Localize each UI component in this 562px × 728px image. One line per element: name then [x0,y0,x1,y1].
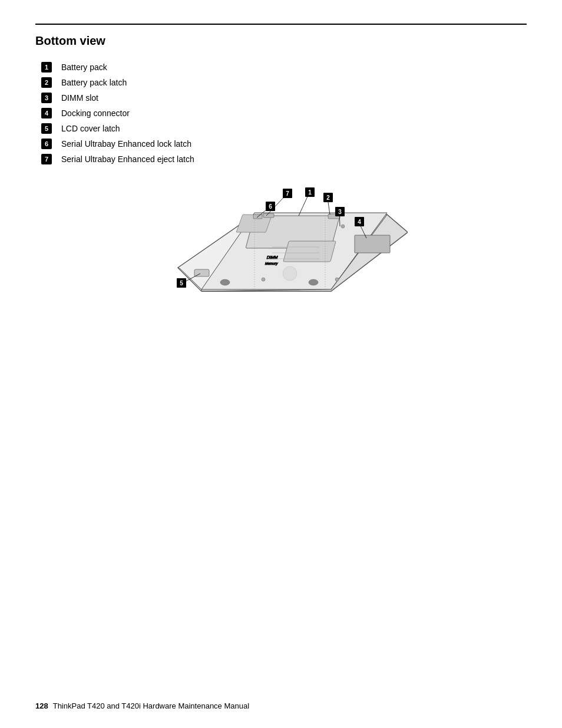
svg-text:4: 4 [358,219,361,225]
svg-point-18 [283,266,297,281]
badge-4: 4 [41,108,52,118]
svg-point-5 [335,278,339,281]
badge-1: 1 [41,62,52,73]
svg-text:DIMM: DIMM [266,255,279,260]
section-title: Bottom view [35,34,527,48]
svg-text:1: 1 [308,189,312,196]
footer-text: ThinkPad T420 and T420i Hardware Mainten… [53,701,249,710]
laptop-diagram: DIMM Memory [154,182,408,318]
top-rule [35,24,527,25]
badge-3: 3 [41,93,52,103]
badge-7: 7 [41,154,52,164]
svg-rect-14 [263,213,274,218]
item-label-1: Battery pack [61,62,107,72]
item-label-4: Docking connector [61,108,130,118]
list-item: 6 Serial Ultrabay Enhanced lock latch [41,139,527,149]
svg-point-16 [220,279,230,285]
items-list: 1 Battery pack 2 Battery pack latch 3 DI… [41,62,527,164]
svg-text:7: 7 [286,190,289,197]
svg-text:Memory: Memory [265,261,279,265]
svg-rect-6 [355,235,390,253]
list-item: 2 Battery pack latch [41,77,527,88]
item-label-3: DIMM slot [61,93,98,103]
footer: 128 ThinkPad T420 and T420i Hardware Mai… [35,701,249,710]
svg-text:3: 3 [338,209,342,215]
badge-5: 5 [41,123,52,134]
svg-text:6: 6 [269,203,272,210]
list-item: 1 Battery pack [41,62,527,73]
list-item: 5 LCD cover latch [41,123,527,134]
item-label-5: LCD cover latch [61,124,120,133]
svg-text:5: 5 [180,280,183,286]
footer-page-number: 128 [35,701,48,710]
item-label-6: Serial Ultrabay Enhanced lock latch [61,139,191,149]
list-item: 7 Serial Ultrabay Enhanced eject latch [41,154,527,164]
svg-text:2: 2 [326,195,330,201]
list-item: 3 DIMM slot [41,93,527,103]
badge-6: 6 [41,139,52,149]
item-label-2: Battery pack latch [61,78,127,87]
laptop-diagram-svg: DIMM Memory [154,182,408,318]
svg-point-4 [262,278,265,281]
svg-point-17 [309,279,318,285]
badge-2: 2 [41,77,52,88]
item-label-7: Serial Ultrabay Enhanced eject latch [61,154,194,164]
svg-point-3 [341,225,345,228]
list-item: 4 Docking connector [41,108,527,118]
diagram-container: DIMM Memory [35,182,527,318]
